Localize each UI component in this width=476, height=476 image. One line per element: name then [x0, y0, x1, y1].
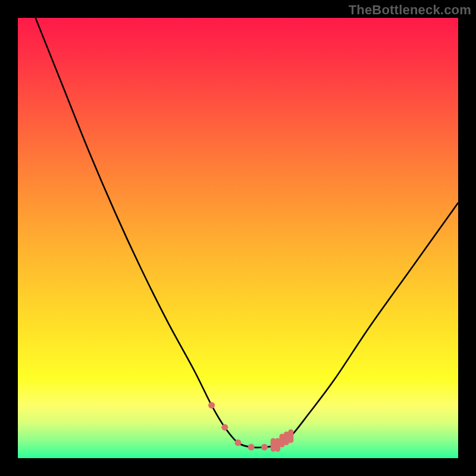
curve-marker [235, 440, 242, 446]
bottleneck-curve [36, 18, 458, 447]
curve-marker [221, 424, 228, 431]
curve-marker [208, 402, 215, 409]
bottleneck-curve-svg [18, 18, 458, 458]
curve-marker [248, 444, 255, 450]
curve-marker [261, 444, 268, 450]
curve-markers [208, 402, 291, 450]
chart-plot-area [18, 18, 458, 458]
watermark-text: TheBottleneck.com [349, 2, 471, 18]
